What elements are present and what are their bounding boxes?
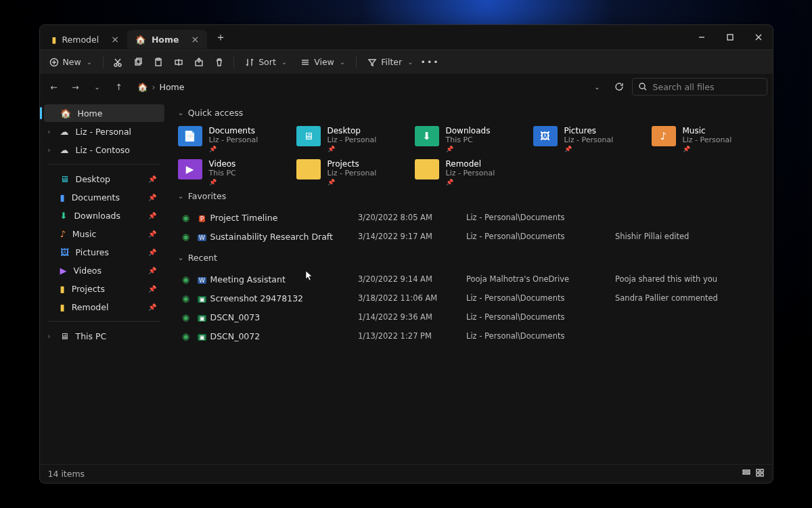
share-button[interactable] <box>190 55 208 70</box>
breadcrumb[interactable]: 🏠 › Home <box>137 82 585 92</box>
filter-label: Filter <box>381 57 402 67</box>
minimize-button[interactable] <box>687 25 716 49</box>
more-button[interactable]: ••• <box>422 54 439 70</box>
details-view-button[interactable] <box>742 468 751 480</box>
item-count: 14 items <box>48 469 85 479</box>
word-icon: W <box>194 274 210 284</box>
list-item[interactable]: ◉ ▣ Screenshot 29478132 3/18/2022 11:06 … <box>178 289 763 308</box>
sidebar-item-label: This PC <box>76 331 107 341</box>
item-name: Screenshot 29478132 <box>210 293 359 303</box>
quick-access-pictures[interactable]: 🖼 Pictures Liz - Personal 📌 <box>533 125 645 154</box>
item-name: Projects <box>328 159 377 169</box>
quick-access-desktop[interactable]: 🖥 Desktop Liz - Personal 📌 <box>296 125 408 154</box>
folder-icon: ♪ <box>652 126 676 146</box>
chevron-right-icon[interactable]: › <box>48 333 51 340</box>
tab-label: Home <box>152 35 179 45</box>
quick-access-remodel[interactable]: Remodel Liz - Personal 📌 <box>415 158 526 187</box>
quick-access-downloads[interactable]: ⬇ Downloads This PC 📌 <box>415 125 526 154</box>
folder-icon <box>296 159 321 179</box>
sort-icon <box>245 58 254 67</box>
close-icon[interactable]: × <box>111 34 119 45</box>
pin-icon: 📌 <box>148 175 156 183</box>
music-icon: ♪ <box>60 229 66 239</box>
sidebar-item-liz-contoso[interactable]: ›☁Liz - Contoso <box>44 141 164 158</box>
cut-button[interactable] <box>109 55 127 70</box>
new-button[interactable]: New <box>44 54 98 70</box>
breadcrumb-segment[interactable]: Home <box>160 82 185 92</box>
close-icon[interactable]: × <box>191 34 199 45</box>
sidebar-item-this-pc[interactable]: ›🖥This PC <box>44 327 164 345</box>
paste-button[interactable] <box>150 55 167 70</box>
quick-access-projects[interactable]: Projects Liz - Personal 📌 <box>296 158 408 187</box>
quick-access-music[interactable]: ♪ Music Liz - Personal 📌 <box>652 125 763 154</box>
folder-icon: 🖼 <box>533 126 558 146</box>
list-item[interactable]: ◉ P Project Timeline 3/20/2022 8:05 AM L… <box>178 208 763 227</box>
folder-icon: 📄 <box>178 126 202 146</box>
refresh-button[interactable] <box>610 78 628 96</box>
share-icon <box>194 58 204 67</box>
list-item[interactable]: ◉ W Sustainability Research Draft 3/14/2… <box>178 227 763 246</box>
quick-access-documents[interactable]: 📄 Documents Liz - Personal 📌 <box>178 125 290 154</box>
item-name: Sustainability Research Draft <box>210 232 359 242</box>
image-icon: ▣ <box>194 312 210 322</box>
svg-rect-11 <box>135 60 140 65</box>
folder-icon: ⬇ <box>415 126 439 146</box>
chevron-right-icon[interactable]: › <box>48 146 51 154</box>
ppt-icon: P <box>194 213 210 223</box>
sync-status-icon: ◉ <box>178 274 194 284</box>
maximize-button[interactable] <box>716 25 744 49</box>
svg-rect-12 <box>137 58 141 64</box>
image-icon: ▣ <box>194 293 210 303</box>
up-button[interactable]: ↑ <box>110 78 128 96</box>
new-tab-button[interactable]: ＋ <box>207 30 234 45</box>
item-location: Liz - Personal <box>328 135 377 144</box>
close-window-button[interactable] <box>744 25 773 49</box>
list-item[interactable]: ◉ ▣ DSCN_0073 1/14/2022 9:36 AM Liz - Pe… <box>178 308 763 326</box>
section-favorites[interactable]: Favorites <box>178 191 763 201</box>
item-name: DSCN_0072 <box>210 331 359 341</box>
sidebar-item-documents[interactable]: ▮Documents📌 <box>44 188 164 206</box>
sidebar-item-remodel[interactable]: ▮Remodel📌 <box>44 298 164 316</box>
sidebar-item-videos[interactable]: ▶Videos📌 <box>44 261 164 279</box>
forward-button[interactable]: → <box>67 78 85 96</box>
item-location: Liz - Personal\Documents <box>466 213 615 222</box>
section-recent[interactable]: Recent <box>178 253 763 263</box>
section-title: Recent <box>188 253 217 263</box>
list-item[interactable]: ◉ W Meeting Assistant 3/20/2022 9:14 AM … <box>178 270 763 289</box>
chevron-right-icon[interactable]: › <box>48 128 51 135</box>
folder-icon <box>415 159 439 179</box>
recent-locations-button[interactable]: ⌄ <box>89 78 106 96</box>
search-input[interactable]: Search all files <box>632 78 767 96</box>
cloud-icon: ☁ <box>60 127 69 137</box>
tab-home[interactable]: 🏠 Home × <box>127 30 207 49</box>
list-item[interactable]: ◉ ▣ DSCN_0072 1/13/2022 1:27 PM Liz - Pe… <box>178 326 763 345</box>
sort-label: Sort <box>258 57 276 67</box>
section-quick-access[interactable]: Quick access <box>178 108 763 118</box>
view-button[interactable]: View <box>295 54 351 70</box>
sync-status-icon: ◉ <box>178 213 194 223</box>
sidebar-item-desktop[interactable]: 🖥Desktop📌 <box>44 170 164 188</box>
sidebar-item-music[interactable]: ♪Music📌 <box>44 225 164 242</box>
sidebar-item-liz-personal[interactable]: ›☁Liz - Personal <box>44 123 164 140</box>
sidebar-item-downloads[interactable]: ⬇Downloads📌 <box>44 207 164 224</box>
back-button[interactable]: ← <box>45 78 63 96</box>
filter-button[interactable]: Filter <box>362 54 418 70</box>
tab-remodel[interactable]: ▮ Remodel × <box>44 30 127 49</box>
sidebar-item-home[interactable]: 🏠Home <box>44 104 164 122</box>
delete-button[interactable] <box>210 55 228 70</box>
item-name: Downloads <box>446 126 491 135</box>
svg-rect-1 <box>727 35 733 40</box>
rename-button[interactable] <box>170 55 187 70</box>
breadcrumb-dropdown[interactable]: ⌄ <box>589 78 606 96</box>
item-activity: Sandra Pallier commented <box>615 293 763 303</box>
folder-icon: ▮ <box>60 302 65 312</box>
cloud-icon: ☁ <box>60 145 69 155</box>
sidebar-item-label: Documents <box>72 192 120 203</box>
pin-icon: 📌 <box>148 194 156 201</box>
copy-button[interactable] <box>129 55 147 70</box>
thumbnails-view-button[interactable] <box>755 468 765 480</box>
sidebar-item-projects[interactable]: ▮Projects📌 <box>44 280 164 297</box>
quick-access-videos[interactable]: ▶ Videos This PC 📌 <box>178 158 290 187</box>
sort-button[interactable]: Sort <box>240 54 292 70</box>
sidebar-item-pictures[interactable]: 🖼Pictures📌 <box>44 243 164 261</box>
